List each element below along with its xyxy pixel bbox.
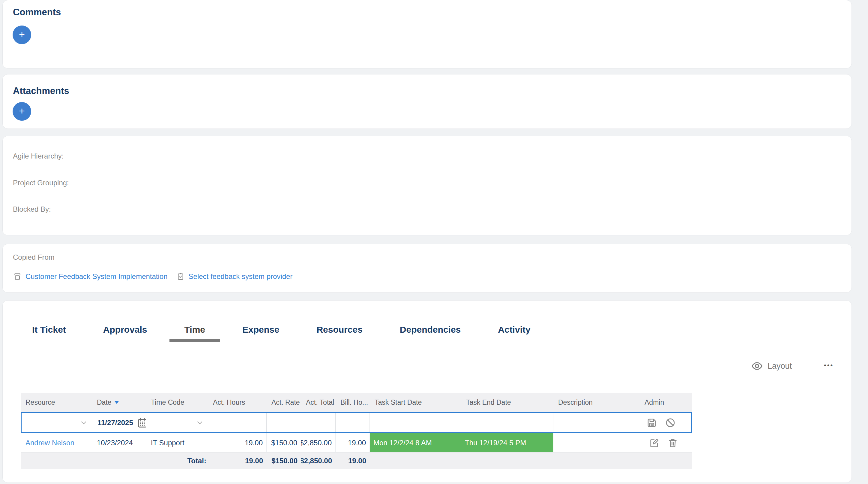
add-attachment-button[interactable]: + (12, 102, 31, 121)
bill-hours-cell: 19.00 (336, 433, 370, 452)
plus-icon: + (19, 106, 25, 116)
column-header-act-total[interactable]: Act. Total (301, 393, 336, 412)
layout-button[interactable]: Layout (751, 360, 792, 372)
column-header-date[interactable]: Date (92, 393, 146, 412)
tab-expense[interactable]: Expense (227, 317, 294, 342)
description-cell (553, 433, 630, 452)
delete-button[interactable] (668, 437, 678, 448)
column-header-resource[interactable]: Resource (21, 393, 92, 412)
column-header-admin: Admin (630, 393, 692, 412)
save-button[interactable] (646, 417, 657, 428)
calendar-icon[interactable] (137, 417, 146, 428)
copied-from-section: Copied From Customer Feedback System Imp… (2, 244, 852, 293)
total-spacer (92, 453, 146, 469)
tab-time[interactable]: Time (169, 317, 220, 342)
tab-dependencies[interactable]: Dependencies (385, 317, 476, 342)
total-label: Total: (146, 453, 208, 469)
blocked-by-label: Blocked By: (13, 205, 51, 213)
copied-project-link[interactable]: Customer Feedback System Implementation (26, 272, 168, 281)
agile-hierarchy-label: Agile Hierarchy: (13, 152, 64, 160)
description-input[interactable] (553, 412, 630, 433)
total-act-rate: $150.00 (267, 453, 301, 469)
chevron-down-icon (196, 419, 204, 427)
act-hours-cell: 19.00 (208, 433, 267, 452)
task-start-date-cell: Mon 12/2/24 8 AM (370, 433, 461, 452)
column-header-act-hours[interactable]: Act. Hours (208, 393, 267, 412)
editor-admin-cell (630, 412, 692, 433)
column-header-time-code[interactable]: Time Code (146, 393, 208, 412)
attachments-section: Attachments + Drag Files to Upload or Se… (2, 74, 852, 129)
table-header-row: Resource Date Time Code Act. Hours Act. … (21, 393, 692, 412)
task-end-cell (461, 412, 553, 433)
new-entry-editor-row: 11/27/2025 (21, 412, 692, 433)
layout-label: Layout (768, 362, 792, 371)
act-rate-input[interactable] (267, 412, 301, 433)
tab-divider (13, 342, 841, 342)
column-header-task-end-date[interactable]: Task End Date (461, 393, 553, 412)
tab-activity[interactable]: Activity (483, 317, 545, 342)
column-header-act-rate[interactable]: Act. Rate (267, 393, 301, 412)
time-code-cell: IT Support (146, 433, 208, 452)
detail-tab-bar: It Ticket Approvals Time Expense Resourc… (17, 317, 546, 342)
table-total-row: Total: 19.00 $150.00 $2,850.00 19.00 (21, 453, 692, 469)
chevron-down-icon (80, 419, 88, 427)
task-start-cell (370, 412, 461, 433)
total-bill-hours: 19.00 (336, 453, 370, 469)
copied-task-link[interactable]: Select feedback system provider (189, 272, 293, 281)
cancel-button[interactable] (665, 417, 676, 428)
eye-icon (751, 362, 763, 371)
total-spacer (630, 453, 692, 469)
details-section: Agile Hierarchy: Project Grouping: Block… (2, 136, 852, 235)
time-entries-table: Resource Date Time Code Act. Hours Act. … (21, 393, 692, 469)
act-rate-cell: $150.00 (267, 433, 301, 452)
column-header-bill-hours[interactable]: Bill. Ho... (336, 393, 370, 412)
act-total-cell: $2,850.00 (301, 433, 336, 452)
tab-resources[interactable]: Resources (302, 317, 377, 342)
tab-approvals[interactable]: Approvals (88, 317, 162, 342)
task-clipboard-icon (177, 273, 184, 280)
row-admin-cell (630, 433, 692, 452)
date-cell: 10/23/2024 (92, 433, 146, 452)
add-comment-button[interactable]: + (12, 26, 31, 44)
resource-select[interactable] (21, 412, 92, 433)
more-options-button[interactable]: ••• (822, 360, 835, 371)
act-total-cell (301, 412, 336, 433)
total-act-hours: 19.00 (208, 453, 267, 469)
project-grouping-label: Project Grouping: (13, 179, 69, 187)
resource-link[interactable]: Andrew Nelson (26, 439, 74, 447)
comments-section: Comments + (2, 0, 852, 68)
time-entry-row: Andrew Nelson 10/23/2024 IT Support 19.0… (21, 433, 692, 453)
time-code-select[interactable] (146, 412, 208, 433)
copied-from-title: Copied From (13, 253, 55, 261)
plus-icon: + (19, 29, 25, 39)
resource-cell: Andrew Nelson (21, 433, 92, 452)
date-picker-field[interactable]: 11/27/2025 (92, 412, 146, 433)
column-header-description[interactable]: Description (553, 393, 630, 412)
total-act-total: $2,850.00 (301, 453, 336, 469)
bill-hours-input[interactable] (336, 412, 370, 433)
total-spacer (461, 453, 553, 469)
edit-button[interactable] (649, 437, 659, 448)
total-spacer (21, 453, 92, 469)
act-hours-input[interactable] (208, 412, 267, 433)
task-end-date-cell: Thu 12/19/24 5 PM (461, 433, 553, 452)
project-box-icon (13, 273, 21, 280)
attachments-title: Attachments (13, 86, 69, 96)
sort-desc-icon (115, 401, 119, 404)
total-spacer (553, 453, 630, 469)
total-spacer (370, 453, 461, 469)
column-header-task-start-date[interactable]: Task Start Date (370, 393, 461, 412)
ticket-detail-tabs-section: It Ticket Approvals Time Expense Resourc… (2, 300, 852, 483)
comments-title: Comments (13, 7, 61, 18)
date-value: 11/27/2025 (97, 419, 133, 427)
tab-it-ticket[interactable]: It Ticket (17, 317, 81, 342)
